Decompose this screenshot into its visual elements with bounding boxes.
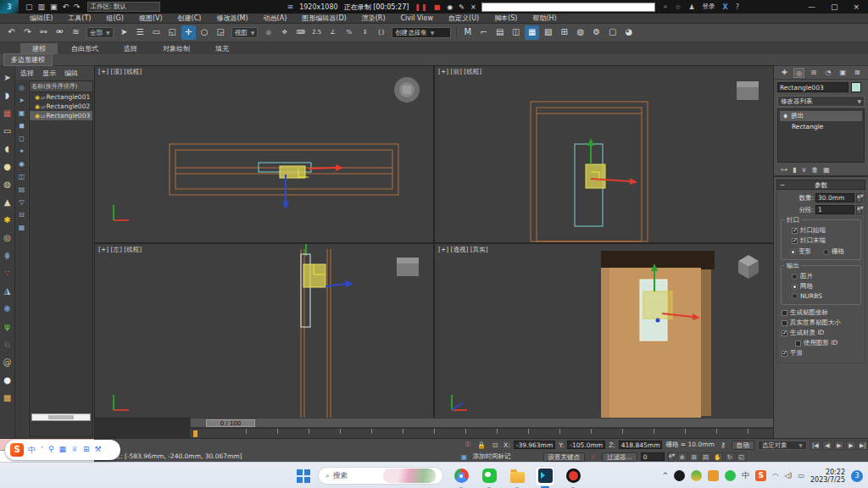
sun-icon[interactable]: ✱ <box>1 211 14 229</box>
teapot-icon[interactable]: ◍ <box>1 175 14 193</box>
add-time-tag[interactable]: 添加时间标记 <box>473 452 511 461</box>
track-bar-frame-marker[interactable] <box>193 430 198 437</box>
explorer-menu-edit[interactable]: 编辑 <box>64 69 78 78</box>
edit-named-sets-icon[interactable]: {} <box>374 25 388 40</box>
segments-field[interactable]: 1 <box>815 205 854 214</box>
menu-tools[interactable]: 工具(T) <box>60 14 98 23</box>
explorer-item-rectangle002[interactable]: ◉ ▱ Rectangle002 <box>30 102 92 111</box>
help-icon[interactable]: ? <box>736 3 739 11</box>
notification-badge[interactable]: 3 <box>851 470 863 482</box>
torus-icon[interactable]: ◎ <box>1 229 14 247</box>
key-filters-button[interactable]: 过滤器... <box>602 452 637 462</box>
viewport-top-canvas[interactable] <box>95 66 433 242</box>
undo-icon[interactable]: ↶ <box>63 3 70 11</box>
window-crossing-icon[interactable]: ◱ <box>165 25 180 40</box>
sphere-icon[interactable]: ● <box>1 371 14 389</box>
tab-utilities[interactable]: ⊠ <box>852 68 863 78</box>
tab-modify[interactable]: ◎ <box>793 68 804 78</box>
viewport-top-label[interactable]: [+] [顶] [线框] <box>98 68 142 76</box>
ribbon-tab-object-paint[interactable]: 对象绘制 <box>151 43 202 54</box>
explorer-sort-icon[interactable]: ▽ <box>16 196 27 208</box>
tab-create[interactable]: ✚ <box>779 68 790 78</box>
menu-civil-view[interactable]: Civil View <box>393 14 442 22</box>
explorer-menu-select[interactable]: 选择 <box>20 69 34 78</box>
real-world-map-checkbox[interactable] <box>782 320 787 326</box>
viewport-perspective-label[interactable]: [+] [透视] [真实] <box>438 246 488 254</box>
play-icon[interactable]: ▶ <box>834 441 844 450</box>
search-icon[interactable]: ⌕ <box>664 3 667 11</box>
redo-icon[interactable]: ↷ <box>20 25 35 40</box>
pyramid-icon[interactable]: ◮ <box>1 282 14 300</box>
explorer-item-rectangle001[interactable]: ◉ ▱ Rectangle001 <box>30 92 92 102</box>
menu-animation[interactable]: 动画(A) <box>256 14 295 23</box>
dome-icon[interactable]: ◖ <box>1 140 14 158</box>
prev-frame-icon[interactable]: ◀ <box>822 441 832 450</box>
clock[interactable]: 20:22 2023/7/25 <box>810 469 845 484</box>
app-logo-3dsmax[interactable]: 3 <box>0 0 19 14</box>
amount-spinner[interactable]: ▲▼ <box>856 193 862 202</box>
volume-icon[interactable]: ◁) <box>784 472 792 480</box>
explorer-filter-lights-icon[interactable]: ✦ <box>16 145 27 158</box>
favorites-icon[interactable]: ☆ <box>675 3 681 11</box>
render-icon[interactable]: ◕ <box>621 25 636 40</box>
material-ids-checkbox[interactable] <box>782 330 787 336</box>
menu-help[interactable]: 帮助(H) <box>525 14 564 23</box>
restore-button[interactable]: ▢ <box>831 3 838 11</box>
explorer-layer-icon[interactable]: ▦ <box>16 221 27 234</box>
percent-snap-icon[interactable]: % <box>342 25 356 40</box>
360-tray-icon[interactable] <box>691 470 702 481</box>
configure-sets-icon[interactable]: ▦ <box>823 166 830 174</box>
explorer-filter-spacewarps-icon[interactable]: ▤ <box>16 183 27 196</box>
screenshot-icon[interactable]: ◉ <box>447 3 453 11</box>
layer-manager-icon[interactable]: ▤ <box>492 25 507 40</box>
next-frame-icon[interactable]: ▶ <box>846 441 856 450</box>
explorer-find-icon[interactable]: ◎ <box>16 81 27 94</box>
auto-key-icon[interactable]: ⚷ <box>718 441 728 449</box>
viewport-left-canvas[interactable] <box>95 244 433 418</box>
taskbar-app-chrome[interactable] <box>451 466 471 486</box>
visibility-bulb-icon[interactable]: ◉ <box>35 94 40 101</box>
maximize-viewport-icon[interactable]: ◱ <box>737 452 747 462</box>
patch-radio[interactable] <box>792 274 798 280</box>
circle-icon[interactable]: ● <box>1 158 14 175</box>
y-coord-field[interactable]: -105.0mm <box>567 441 605 449</box>
render-setup-icon[interactable]: ⚙ <box>589 25 604 40</box>
ime-keyboard-icon[interactable]: ▦ <box>58 445 66 456</box>
tab-hierarchy[interactable]: ⊞ <box>808 68 819 78</box>
ime-tools-icon[interactable]: ⚒ <box>95 445 102 456</box>
cap-start-checkbox[interactable] <box>792 228 798 234</box>
stop-recording-icon[interactable]: ■ <box>434 3 442 11</box>
explorer-hierarchy-icon[interactable]: ⊟ <box>16 208 27 221</box>
selection-region-icon[interactable]: ▭ <box>149 25 164 40</box>
battery-icon[interactable]: ▭ <box>798 472 804 480</box>
explorer-hscrollbar[interactable] <box>31 413 91 421</box>
object-color-swatch[interactable] <box>851 82 861 92</box>
grid-icon[interactable]: ⋕ <box>1 247 14 264</box>
taskbar-app-3dsmax[interactable] <box>535 466 555 486</box>
object-name-field[interactable] <box>777 82 849 92</box>
grid-radio[interactable] <box>823 249 829 255</box>
viewport-left-label[interactable]: [+] [左] [线框] <box>98 246 142 254</box>
explorer-menu-display[interactable]: 显示 <box>42 69 56 78</box>
tab-display[interactable]: ▣ <box>837 68 849 78</box>
qq-tray-icon[interactable] <box>674 470 685 481</box>
tab-motion[interactable]: ◔ <box>823 68 834 78</box>
atoms-icon[interactable]: ∵ <box>1 264 14 282</box>
orbit-icon[interactable]: ↻ <box>725 452 735 462</box>
menu-graph-editors[interactable]: 图形编辑器(D) <box>294 14 353 23</box>
hamburger-icon[interactable]: ≡ <box>287 3 294 11</box>
show-end-result-icon[interactable]: ▮ <box>793 166 796 174</box>
smooth-checkbox[interactable] <box>782 351 787 357</box>
menu-views[interactable]: 视图(V) <box>131 14 170 23</box>
time-slider-handle[interactable]: 0 / 100 <box>206 419 255 427</box>
select-link-icon[interactable]: ⚯ <box>36 25 51 40</box>
isolate-selection-icon[interactable]: ⚿ <box>463 441 473 449</box>
rendered-frame-icon[interactable]: ▢ <box>605 25 620 40</box>
select-scale-icon[interactable]: ◲ <box>214 25 228 40</box>
mapping-coords-checkbox[interactable] <box>782 310 787 316</box>
search-highlight-image[interactable] <box>383 469 436 483</box>
frame-spinner[interactable]: ▲▼ <box>668 452 674 462</box>
modifier-list-dropdown[interactable]: 修改器列表▼ <box>777 96 865 107</box>
modifier-bulb-icon[interactable]: ♦ <box>782 113 788 120</box>
polygon-modeling-panel[interactable]: 多边形建模 <box>3 53 53 66</box>
